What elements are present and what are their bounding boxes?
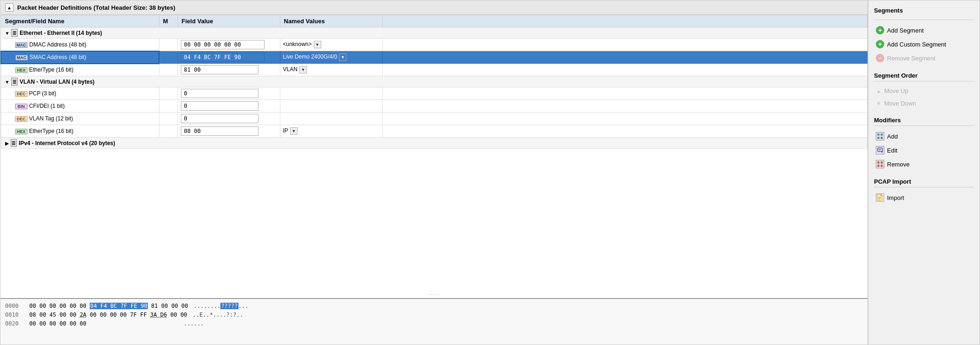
hex-line-2: 0020 00 00 00 00 00 00 ...... bbox=[5, 319, 863, 328]
field-row[interactable]: BINCFI/DEI (1 bit) bbox=[1, 100, 867, 113]
field-type-icon: HEX bbox=[15, 67, 27, 73]
field-row[interactable]: DECVLAN Tag (12 bit) bbox=[1, 113, 867, 125]
hex-line-0: 0000 00 00 00 00 00 00 04 F4 BC 7F FE 90… bbox=[5, 302, 863, 311]
section-row[interactable]: ▼≡VLAN - Virtual LAN (4 bytes) bbox=[1, 76, 867, 87]
collapse-icon: ▲ bbox=[7, 5, 12, 10]
svg-rect-7 bbox=[877, 161, 880, 164]
remove-segment-button[interactable]: − Remove Segment bbox=[874, 53, 974, 64]
named-value-cell bbox=[280, 87, 382, 100]
field-m-cell bbox=[159, 39, 178, 51]
field-value-cell bbox=[178, 87, 280, 100]
remove-modifier-button[interactable]: Remove bbox=[874, 159, 974, 170]
extra-cell bbox=[382, 125, 867, 138]
add-segment-label: Add Segment bbox=[887, 27, 924, 34]
field-name: PCP (3 bit) bbox=[29, 90, 56, 97]
svg-rect-10 bbox=[881, 165, 883, 167]
field-type-icon: MAC bbox=[15, 55, 28, 60]
field-value-input[interactable] bbox=[181, 53, 265, 62]
field-name: VLAN Tag (12 bit) bbox=[29, 115, 73, 122]
divider-1 bbox=[874, 20, 974, 20]
remove-segment-label: Remove Segment bbox=[887, 55, 935, 62]
field-value-cell bbox=[178, 39, 280, 51]
named-value-cell: <unknown>▼ bbox=[280, 39, 382, 51]
hex-text-0: ........?????... bbox=[194, 302, 249, 311]
field-row[interactable]: HEXEtherType (16 bit)IP▼ bbox=[1, 125, 867, 138]
move-up-button[interactable]: ▲ Move Up bbox=[874, 86, 974, 96]
field-value-input[interactable] bbox=[181, 126, 258, 136]
dropdown-arrow[interactable]: ▼ bbox=[290, 127, 298, 135]
field-name: SMAC Address (48 bit) bbox=[30, 54, 86, 60]
dropdown-arrow[interactable]: ▼ bbox=[299, 66, 307, 73]
section-row[interactable]: ▼≡Ethernet - Ethernet II (14 bytes) bbox=[1, 27, 867, 39]
extra-cell bbox=[382, 113, 867, 125]
panel-title: Packet Header Definitions (Total Header … bbox=[17, 4, 175, 11]
pcap-import-title: PCAP Import bbox=[874, 178, 974, 185]
field-m-cell bbox=[159, 125, 178, 138]
field-value-input[interactable] bbox=[181, 40, 265, 49]
svg-rect-2 bbox=[877, 137, 880, 139]
import-icon bbox=[876, 193, 884, 202]
hex-bytes-1: 08 00 45 00 00 2A 00 00 00 00 7F FF 3A D… bbox=[29, 311, 187, 319]
svg-rect-3 bbox=[881, 137, 883, 139]
field-value-cell bbox=[178, 100, 280, 113]
edit-modifier-button[interactable]: Edit bbox=[874, 145, 974, 156]
right-panel: Segments + Add Segment + Add Custom Segm… bbox=[868, 0, 980, 345]
section-row[interactable]: ▶≡IPv4 - Internet Protocol v4 (20 bytes) bbox=[1, 138, 867, 149]
add-custom-segment-icon: + bbox=[876, 40, 884, 48]
field-value-input[interactable] bbox=[181, 89, 258, 98]
dropdown-arrow[interactable]: ▼ bbox=[314, 41, 321, 48]
dropdown-arrow[interactable]: ▼ bbox=[339, 53, 346, 61]
extra-cell bbox=[382, 64, 867, 76]
add-segment-button[interactable]: + Add Segment bbox=[874, 25, 974, 36]
svg-rect-1 bbox=[881, 133, 883, 136]
field-m-cell bbox=[159, 113, 178, 125]
add-custom-segment-button[interactable]: + Add Custom Segment bbox=[874, 39, 974, 50]
hex-line-1: 0010 08 00 45 00 00 2A 00 00 00 00 7F FF… bbox=[5, 311, 863, 319]
move-down-button[interactable]: ▼ Move Down bbox=[874, 99, 974, 108]
field-type-icon: DEC bbox=[15, 116, 27, 122]
field-m-cell bbox=[159, 51, 178, 64]
col-extra bbox=[382, 15, 867, 27]
named-value-text: VLAN bbox=[283, 66, 298, 73]
remove-segment-icon: − bbox=[876, 54, 884, 62]
field-row[interactable]: MACDMAC Address (48 bit)<unknown>▼ bbox=[1, 39, 867, 51]
col-named-values: Named Values bbox=[280, 15, 382, 27]
field-row[interactable]: DECPCP (3 bit) bbox=[1, 87, 867, 100]
add-modifier-icon bbox=[876, 132, 884, 140]
hex-text-2: ...... bbox=[184, 319, 204, 328]
field-value-input[interactable] bbox=[181, 114, 258, 123]
table-header-row: Segment/Field Name M Field Value Named V… bbox=[1, 15, 867, 27]
collapse-button[interactable]: ▲ bbox=[5, 3, 13, 12]
named-value-cell bbox=[280, 100, 382, 113]
divider-3 bbox=[874, 126, 974, 126]
field-value-input[interactable] bbox=[181, 101, 258, 111]
hex-bytes-2: 00 00 00 00 00 00 bbox=[29, 319, 178, 328]
hex-highlight-0: 04 F4 BC 7F FE 90 bbox=[90, 303, 148, 309]
hex-dump-separator[interactable]: · · · · · bbox=[0, 291, 867, 298]
import-button[interactable]: Import bbox=[874, 192, 974, 203]
field-type-icon: DEC bbox=[15, 91, 27, 97]
field-value-input[interactable] bbox=[181, 65, 258, 74]
segments-section-title: Segments bbox=[874, 7, 974, 14]
move-up-icon: ▲ bbox=[876, 88, 881, 94]
left-panel: ▲ Packet Header Definitions (Total Heade… bbox=[0, 0, 868, 345]
panel-header: ▲ Packet Header Definitions (Total Heade… bbox=[0, 0, 867, 15]
field-row[interactable]: HEXEtherType (16 bit)VLAN▼ bbox=[1, 64, 867, 76]
import-label: Import bbox=[887, 194, 904, 201]
field-m-cell bbox=[159, 87, 178, 100]
remove-modifier-icon bbox=[876, 160, 884, 168]
named-value-cell: VLAN▼ bbox=[280, 64, 382, 76]
main-container: ▲ Packet Header Definitions (Total Heade… bbox=[0, 0, 980, 345]
field-name: EtherType (16 bit) bbox=[29, 66, 73, 73]
table-area: Segment/Field Name M Field Value Named V… bbox=[0, 15, 867, 291]
add-modifier-button[interactable]: Add bbox=[874, 131, 974, 142]
modifiers-title: Modifiers bbox=[874, 117, 974, 124]
svg-rect-9 bbox=[877, 165, 880, 167]
col-name: Segment/Field Name bbox=[1, 15, 159, 27]
add-modifier-label: Add bbox=[887, 133, 898, 140]
field-row[interactable]: MACSMAC Address (48 bit)Live Demo 2400G/… bbox=[1, 51, 867, 64]
col-field-value: Field Value bbox=[178, 15, 280, 27]
divider-4 bbox=[874, 187, 974, 187]
remove-modifier-label: Remove bbox=[887, 161, 909, 168]
hex-dump-area: 0000 00 00 00 00 00 00 04 F4 BC 7F FE 90… bbox=[0, 298, 867, 345]
